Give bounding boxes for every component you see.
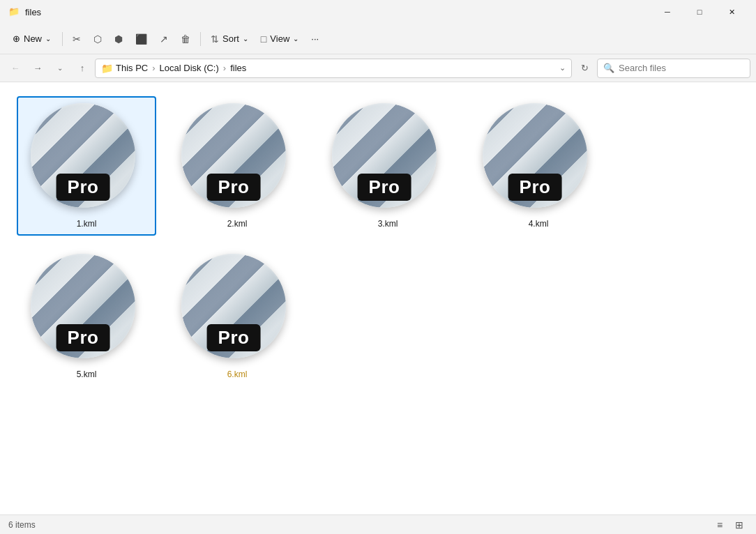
- path-folder-icon: 📁: [101, 63, 113, 74]
- view-icon: □: [261, 33, 266, 45]
- ge-icon: Pro: [181, 103, 286, 208]
- window-title: files: [25, 7, 41, 17]
- file-item[interactable]: Pro 5.kml: [17, 247, 156, 386]
- file-item[interactable]: Pro 2.kml: [167, 96, 307, 236]
- close-button[interactable]: ✕: [716, 0, 748, 24]
- file-item[interactable]: Pro 3.kml: [318, 96, 458, 236]
- delete-button[interactable]: 🗑: [175, 28, 196, 50]
- path-sep-2: ›: [223, 63, 226, 73]
- list-view-icon: ≡: [717, 519, 723, 531]
- ge-icon: Pro: [31, 254, 135, 358]
- refresh-button[interactable]: ↻: [575, 59, 594, 78]
- sort-label: Sort: [222, 33, 239, 44]
- ge-pro-label: Pro: [56, 174, 110, 201]
- window-icon: 📁: [8, 6, 20, 17]
- file-item[interactable]: Pro 6.kml: [167, 247, 307, 386]
- toolbar-separator-1: [62, 32, 63, 46]
- file-item[interactable]: Pro 4.kml: [469, 96, 608, 236]
- search-input[interactable]: [619, 63, 744, 73]
- cut-icon: ✂: [73, 33, 81, 45]
- new-label: New: [24, 33, 42, 44]
- ge-pro-label: Pro: [358, 174, 411, 201]
- file-grid-container: Pro 1.kml Pro 2.kml Pro 3.kml Pro 4.kml …: [0, 82, 756, 514]
- toolbar-separator-2: [200, 32, 201, 46]
- ge-pro-label: Pro: [56, 324, 110, 351]
- file-grid: Pro 1.kml Pro 2.kml Pro 3.kml Pro 4.kml …: [11, 91, 745, 392]
- copy-button[interactable]: ⬡: [88, 28, 107, 50]
- ge-icon: Pro: [181, 254, 286, 358]
- file-icon-wrap: Pro: [483, 103, 594, 215]
- path-segment-localdisk: Local Disk (C:): [160, 63, 219, 73]
- grid-view-icon: ⊞: [735, 519, 743, 531]
- view-toggle: ≡ ⊞: [711, 518, 748, 532]
- search-box[interactable]: 🔍: [597, 59, 750, 78]
- file-icon-wrap: Pro: [181, 254, 293, 365]
- path-sep-1: ›: [152, 63, 155, 73]
- more-icon: ···: [311, 33, 319, 44]
- paste-icon: ⬢: [114, 33, 123, 45]
- address-bar: ← → ⌄ ↑ 📁 This PC › Local Disk (C:) › fi…: [0, 54, 756, 82]
- ge-pro-label: Pro: [207, 324, 261, 351]
- file-icon-wrap: Pro: [31, 254, 142, 365]
- address-chevron-icon: ⌄: [559, 63, 566, 73]
- copy-icon: ⬡: [93, 33, 102, 45]
- search-icon: 🔍: [603, 63, 614, 73]
- list-view-button[interactable]: ≡: [711, 518, 728, 532]
- ge-pro-label: Pro: [207, 174, 261, 201]
- cut-button[interactable]: ✂: [67, 28, 86, 50]
- paste-button[interactable]: ⬢: [109, 28, 128, 50]
- file-icon-wrap: Pro: [181, 103, 293, 215]
- new-button[interactable]: ⊕ New ⌄: [6, 28, 58, 50]
- status-count: 6 items: [8, 520, 36, 530]
- more-button[interactable]: ···: [305, 28, 324, 50]
- file-item[interactable]: Pro 1.kml: [17, 96, 156, 236]
- ge-icon: Pro: [483, 103, 587, 208]
- new-chevron-icon: ⌄: [45, 35, 51, 43]
- view-button[interactable]: □ View ⌄: [255, 28, 304, 50]
- ge-icon: Pro: [31, 103, 135, 208]
- new-plus-icon: ⊕: [13, 33, 20, 44]
- view-label: View: [270, 33, 289, 44]
- delete-icon: 🗑: [181, 33, 190, 45]
- file-icon-wrap: Pro: [332, 103, 444, 215]
- file-icon-wrap: Pro: [31, 103, 142, 215]
- maximize-button[interactable]: □: [683, 0, 716, 24]
- forward-button[interactable]: →: [28, 59, 47, 78]
- status-bar: 6 items ≡ ⊞: [0, 514, 756, 534]
- sort-button[interactable]: ⇅ Sort ⌄: [205, 28, 254, 50]
- share-icon: ↗: [160, 33, 168, 45]
- file-label: 1.kml: [77, 219, 97, 229]
- sort-chevron-icon: ⌄: [243, 35, 248, 43]
- rename-icon: ⬛: [135, 33, 147, 45]
- path-segment-files: files: [230, 63, 246, 73]
- file-label: 4.kml: [529, 219, 549, 229]
- title-bar-controls: ─ □ ✕: [651, 0, 748, 24]
- address-path[interactable]: 📁 This PC › Local Disk (C:) › files ⌄: [95, 59, 572, 78]
- rename-button[interactable]: ⬛: [130, 28, 153, 50]
- minimize-button[interactable]: ─: [651, 0, 683, 24]
- title-bar: 📁 files ─ □ ✕: [0, 0, 756, 24]
- file-label: 2.kml: [227, 219, 248, 229]
- file-label: 5.kml: [77, 369, 97, 379]
- back-button[interactable]: ←: [6, 59, 25, 78]
- file-label: 3.kml: [378, 219, 398, 229]
- sort-arrows-icon: ⇅: [211, 33, 219, 45]
- share-button[interactable]: ↗: [154, 28, 174, 50]
- view-chevron-icon: ⌄: [293, 35, 298, 43]
- history-button[interactable]: ⌄: [50, 59, 70, 78]
- grid-view-button[interactable]: ⊞: [731, 518, 748, 532]
- up-button[interactable]: ↑: [73, 59, 92, 78]
- path-segment-thispc: This PC: [116, 63, 148, 73]
- ge-pro-label: Pro: [508, 174, 562, 201]
- ge-icon: Pro: [332, 103, 437, 208]
- file-label: 6.kml: [227, 369, 248, 379]
- toolbar: ⊕ New ⌄ ✂ ⬡ ⬢ ⬛ ↗ 🗑 ⇅ Sort ⌄ □ View ⌄ ··…: [0, 24, 756, 54]
